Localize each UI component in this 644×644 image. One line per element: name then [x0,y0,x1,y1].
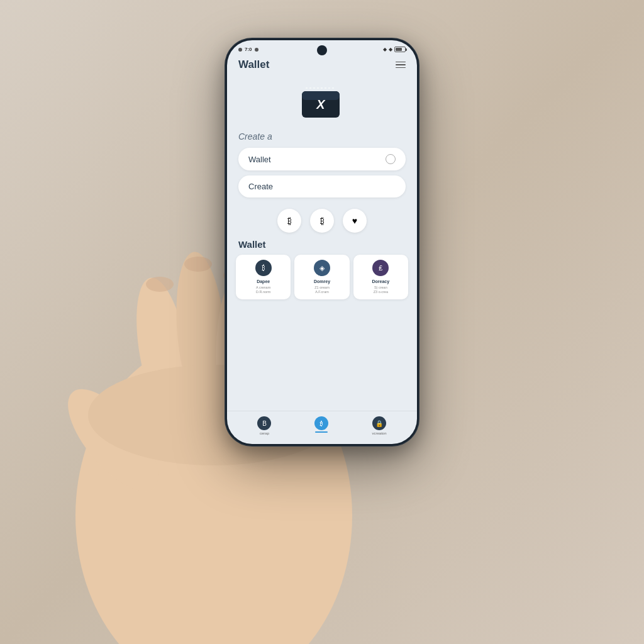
card-subtitle-0: A crenamD.R.norm [256,286,271,294]
wallet-card-0[interactable]: ₿ Dapee A crenamD.R.norm [236,255,291,299]
nav-label-2: vcreaton [372,431,386,435]
status-time: 7:0 [245,47,252,52]
svg-point-11 [146,277,174,292]
category-icons-row: ₿ ₿ ♥ [227,203,417,239]
create-input[interactable]: Create [238,175,406,197]
favorite-cat-icon[interactable]: ♥ [343,209,367,233]
card-title-2: Doreacy [372,279,390,284]
create-value: Create [248,182,273,191]
bitcoin-cat-icon[interactable]: ₿ [277,209,301,233]
wallet-card-1[interactable]: ◈ Domrey Z1 oreamA.F.cram [294,255,349,299]
wifi-icon: ◆ [389,47,392,52]
wallet-illustration: X [227,76,417,131]
scene: 7:0 ◆ ◆ Wall [0,0,644,644]
signal-dot-2 [255,48,258,52]
status-left: 7:0 [238,47,258,52]
signal-icon: ◆ [383,47,387,52]
nav-label-0: cerap [260,431,269,435]
menu-line-3 [396,67,406,69]
wallet-3d-icon: X [297,80,347,124]
card-subtitle-2: S) creanZ3 o.crea [374,286,388,294]
wallet-section-title: Wallet [236,239,408,250]
bottom-nav: B cerap ₿ 🔒 vcreaton [227,411,417,441]
phone: 7:0 ◆ ◆ Wall [225,38,419,447]
nav-icon-1: ₿ [314,416,328,430]
battery-icon [394,47,406,52]
create-section: Create a Wallet Create [227,131,417,203]
status-right: ◆ ◆ [383,47,406,52]
svg-point-6 [170,250,232,417]
nav-item-0[interactable]: B cerap [257,416,271,435]
wallet-name-value: Wallet [248,155,271,164]
card-icon-1: ◈ [314,260,330,276]
card-icon-0: ₿ [255,260,272,276]
wallet-card-2[interactable]: ₤ Doreacy S) creanZ3 o.crea [353,255,408,299]
battery-fill [396,48,402,51]
create-label: Create a [238,131,406,142]
status-bar: 7:0 ◆ ◆ [227,40,417,55]
menu-line-1 [396,62,406,63]
input-indicator [386,154,396,164]
app-header: Wallet [227,55,417,76]
phone-body: 7:0 ◆ ◆ Wall [225,38,419,447]
menu-line-2 [396,64,406,65]
svg-text:X: X [316,97,326,111]
phone-screen: 7:0 ◆ ◆ Wall [227,40,417,444]
menu-button[interactable] [396,62,406,69]
card-icon-2: ₤ [372,260,389,276]
wallet-name-input[interactable]: Wallet [238,148,406,170]
card-title-0: Dapee [257,279,270,284]
nav-active-indicator [315,431,328,433]
crypto-cat-icon[interactable]: ₿ [310,209,334,233]
card-title-1: Domrey [314,279,330,284]
nav-item-2[interactable]: 🔒 vcreaton [372,416,386,435]
signal-dot-1 [238,48,242,52]
svg-point-9 [53,375,174,505]
wallet-section: Wallet ₿ Dapee A crenamD.R.norm ◈ Domrey… [227,239,417,304]
nav-item-1[interactable]: ₿ [314,416,328,435]
svg-point-5 [127,274,201,431]
app-title: Wallet [238,58,269,71]
nav-icon-2: 🔒 [372,416,386,430]
card-subtitle-1: Z1 oreamA.F.cram [314,286,330,294]
camera-notch [317,45,327,55]
wallet-cards-grid: ₿ Dapee A crenamD.R.norm ◈ Domrey Z1 ore… [236,255,408,299]
svg-point-12 [184,257,212,272]
nav-icon-0: B [257,416,271,430]
spacer [227,304,417,411]
